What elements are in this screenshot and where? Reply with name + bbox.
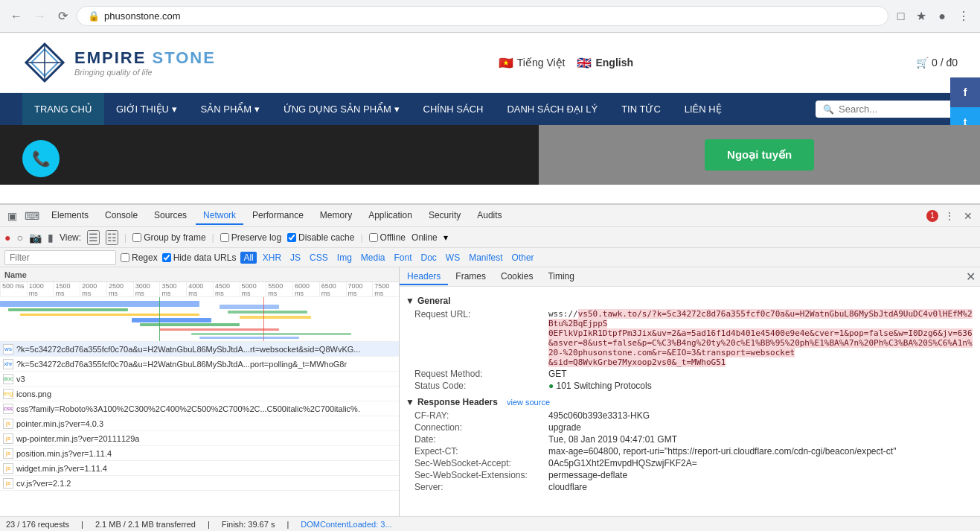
table-row[interactable]: img icons.png bbox=[0, 387, 399, 401]
filter-font[interactable]: Font bbox=[391, 252, 415, 264]
hide-data-checkbox[interactable] bbox=[162, 253, 171, 262]
offline-checkbox[interactable] bbox=[369, 233, 378, 242]
address-bar[interactable]: 🔒 phusonstone.com bbox=[77, 6, 888, 26]
table-row[interactable]: ws ?k=5c34272c8d76a355fcf0c70a&u=H2WatnG… bbox=[0, 342, 399, 357]
name-col-header[interactable]: Name bbox=[0, 270, 208, 279]
det-tab-headers[interactable]: Headers bbox=[400, 269, 448, 285]
det-tab-cookies[interactable]: Cookies bbox=[493, 269, 540, 285]
filter-js[interactable]: JS bbox=[287, 252, 304, 264]
disable-cache-checkbox[interactable] bbox=[287, 233, 296, 242]
waterfall-visual bbox=[0, 297, 399, 342]
nav-chinh-sach[interactable]: CHÍNH SÁCH bbox=[411, 93, 496, 125]
dom-content-loaded[interactable]: DOMContentLoaded: 3... bbox=[301, 520, 391, 529]
facebook-btn[interactable]: f bbox=[950, 77, 980, 107]
list-view-icon[interactable]: ☰ bbox=[87, 230, 100, 245]
nav-gioi-thieu[interactable]: GIỚI THIỆU ▾ bbox=[104, 93, 189, 125]
offline-label[interactable]: Offline bbox=[369, 232, 406, 243]
tab-memory[interactable]: Memory bbox=[313, 207, 359, 225]
view-source-link[interactable]: view source bbox=[507, 398, 550, 407]
screenshot-icon[interactable]: □ bbox=[894, 7, 908, 26]
filter-icon[interactable]: ▮ bbox=[48, 232, 54, 244]
tab-security[interactable]: Security bbox=[421, 207, 468, 225]
general-section-header[interactable]: ▼ General bbox=[406, 296, 974, 306]
profile-icon[interactable]: ● bbox=[935, 7, 949, 26]
nav-ung-dung[interactable]: ỨNG DỤNG SẢN PHẨM ▾ bbox=[272, 93, 411, 125]
filter-doc[interactable]: Doc bbox=[418, 252, 440, 264]
table-row[interactable]: doc v3 bbox=[0, 372, 399, 387]
devtools-more-icon[interactable]: ⋮ bbox=[941, 209, 958, 223]
table-row[interactable]: xhr ?k=5c34272c8d76a355fcf0c70a&u=H2Watn… bbox=[0, 357, 399, 372]
bookmark-icon[interactable]: ★ bbox=[913, 6, 929, 26]
close-details-button[interactable]: ✕ bbox=[966, 270, 976, 284]
phone-button[interactable]: 📞 bbox=[22, 140, 60, 177]
request-name: cv.js?ver=2.1.2 bbox=[16, 479, 399, 488]
table-row[interactable]: css css?family=Roboto%3A100%2C300%2C400%… bbox=[0, 401, 399, 416]
camera-icon[interactable]: 📷 bbox=[29, 232, 42, 244]
timeline-ruler: 500 ms 1000 ms 1500 ms 2000 ms 2500 ms 3… bbox=[0, 282, 399, 297]
filter-ws[interactable]: WS bbox=[443, 252, 463, 264]
clear-icon[interactable]: ○ bbox=[16, 232, 22, 244]
nav-trang-chu[interactable]: TRANG CHỦ bbox=[22, 93, 104, 125]
devtools-close-icon[interactable]: ✕ bbox=[961, 209, 976, 223]
tab-elements[interactable]: Elements bbox=[44, 207, 96, 225]
offline-text: Offline bbox=[380, 232, 406, 243]
table-row[interactable]: js pointer.min.js?ver=4.0.3 bbox=[0, 416, 399, 431]
hide-data-label[interactable]: Hide data URLs bbox=[162, 252, 237, 263]
back-button[interactable]: ← bbox=[7, 7, 25, 26]
request-type-icon: doc bbox=[3, 374, 13, 384]
tab-console[interactable]: Console bbox=[97, 207, 145, 225]
filter-manifest[interactable]: Manifest bbox=[466, 252, 505, 264]
forward-button[interactable]: → bbox=[31, 7, 49, 26]
online-dropdown[interactable]: ▾ bbox=[443, 232, 448, 243]
filter-input[interactable] bbox=[4, 250, 116, 265]
nav-dai-ly[interactable]: DANH SÁCH ĐẠI LÝ bbox=[495, 93, 609, 125]
filter-css[interactable]: CSS bbox=[307, 252, 331, 264]
table-row[interactable]: js wp-pointer.min.js?ver=20111129a bbox=[0, 431, 399, 446]
ws-accept-value: 0Ac5pG1Xht2EmvpdHQSzwjFKF2A= bbox=[548, 458, 974, 468]
table-row[interactable]: js position.min.js?ver=1.11.4 bbox=[0, 446, 399, 461]
grid-view-icon[interactable]: ☷ bbox=[106, 230, 118, 245]
filter-bar: Regex Hide data URLs All XHR JS CSS Img … bbox=[0, 248, 980, 267]
disable-cache-label[interactable]: Disable cache bbox=[287, 232, 354, 243]
det-tab-frames[interactable]: Frames bbox=[448, 269, 493, 285]
details-tab-bar: Headers Frames Cookies Timing ✕ bbox=[400, 267, 980, 287]
tab-performance[interactable]: Performance bbox=[245, 207, 311, 225]
cart-area[interactable]: 🛒 0 / đ0 bbox=[916, 57, 958, 69]
lang-english[interactable]: 🇬🇧 English bbox=[577, 56, 633, 70]
nav-san-pham[interactable]: SẢN PHẨM ▾ bbox=[189, 93, 272, 125]
record-icon[interactable]: ● bbox=[4, 232, 10, 244]
menu-icon[interactable]: ⋮ bbox=[955, 6, 973, 26]
devtools-icons: 1 ⋮ ✕ bbox=[926, 209, 976, 223]
filter-other[interactable]: Other bbox=[509, 252, 537, 264]
lang-viet[interactable]: 🇻🇳 Tiếng Việt bbox=[499, 56, 566, 70]
det-tab-timing[interactable]: Timing bbox=[540, 269, 582, 285]
response-headers-section-header[interactable]: ▼ Response Headers view source bbox=[406, 397, 974, 407]
offline-button[interactable]: Ngoại tuyến bbox=[705, 139, 814, 171]
nav-lien-he[interactable]: LIÊN HỆ bbox=[673, 93, 734, 125]
preserve-log-checkbox[interactable] bbox=[220, 233, 229, 242]
search-input[interactable] bbox=[839, 104, 950, 115]
filter-media[interactable]: Media bbox=[358, 252, 388, 264]
tab-application[interactable]: Application bbox=[361, 207, 420, 225]
tab-audits[interactable]: Audits bbox=[470, 207, 509, 225]
filter-all[interactable]: All bbox=[240, 252, 256, 264]
connection-value: upgrade bbox=[548, 422, 974, 433]
table-row[interactable]: js widget.min.js?ver=1.11.4 bbox=[0, 461, 399, 476]
server-row: Server: cloudflare bbox=[414, 482, 974, 492]
group-by-frame-checkbox[interactable] bbox=[132, 233, 141, 242]
devtools-device-icon[interactable]: ⌨ bbox=[22, 209, 42, 223]
tab-sources[interactable]: Sources bbox=[147, 207, 194, 225]
filter-img[interactable]: Img bbox=[334, 252, 355, 264]
regex-label[interactable]: Regex bbox=[121, 252, 158, 263]
nav-tin-tuc[interactable]: TIN TỨC bbox=[609, 93, 673, 125]
request-type-icon: js bbox=[3, 478, 13, 489]
details-content: ▼ General Request URL: wss://vs50.tawk.t… bbox=[400, 287, 980, 516]
tab-network[interactable]: Network bbox=[196, 207, 243, 225]
devtools-inspect-icon[interactable]: ▣ bbox=[4, 209, 20, 223]
table-row[interactable]: js cv.js?ver=2.1.2 bbox=[0, 476, 399, 491]
regex-checkbox[interactable] bbox=[121, 253, 129, 262]
group-by-frame-label[interactable]: Group by frame bbox=[132, 232, 205, 243]
reload-button[interactable]: ⟳ bbox=[55, 6, 71, 26]
filter-xhr[interactable]: XHR bbox=[260, 252, 284, 264]
preserve-log-label[interactable]: Preserve log bbox=[220, 232, 281, 243]
